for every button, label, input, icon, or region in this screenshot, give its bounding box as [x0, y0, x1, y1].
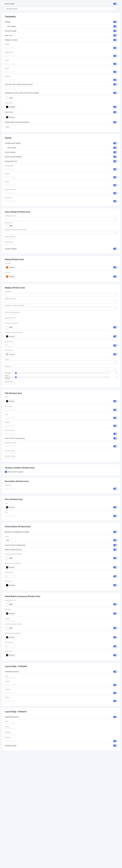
fontsize-input[interactable] — [5, 88, 15, 89]
chevron-down-icon: ▾ — [115, 362, 116, 363]
rating-star-color[interactable]: #ed6b21 — [5, 275, 16, 278]
title-card: Title (Product box) Color #2c2c2c Add a … — [2, 390, 120, 462]
variants-checkbox[interactable]: ✓Show in form variants — [5, 471, 117, 473]
type-label-select[interactable]: ▾ — [5, 293, 117, 296]
price-color[interactable]: #2c2c2c — [5, 505, 16, 509]
edge-sidebar-card: Layout Edge - Sidebar/s Mobile/tab eleme… — [2, 708, 120, 750]
fake-ai-toggle[interactable] — [113, 34, 117, 36]
action-card: Action Button (Product box) Background i… — [2, 523, 120, 590]
rich-snippet-toggle[interactable] — [113, 25, 117, 27]
dept-input[interactable] — [5, 55, 15, 57]
header-input[interactable] — [5, 47, 15, 49]
bg-counter-color[interactable]: #ffffff — [5, 96, 14, 100]
typography-card: Typography Ratings Rich snippet Rounded … — [2, 13, 120, 132]
styling-card: Styling Change button display Micro desi… — [2, 134, 120, 206]
area-card: Area settings (Product box) Background m… — [2, 208, 120, 253]
title-color[interactable]: #2c2c2c — [5, 399, 16, 403]
badges-card: Badges (Product box) Type label ▾ Badge … — [2, 284, 120, 387]
hover-color[interactable]: #2d2d2d — [5, 116, 16, 119]
chevron-down-icon: ▾ — [115, 232, 116, 233]
all-sides-select[interactable]: All Sides Outside ▾ — [5, 7, 117, 10]
border-radius-input[interactable] — [5, 243, 15, 245]
badge-border-color[interactable]: #cecece — [5, 352, 16, 356]
bg-img-select[interactable]: ▾ — [5, 231, 117, 235]
border-thickness-input[interactable] — [5, 238, 15, 239]
typography-title: Typography — [5, 16, 117, 18]
rating-card: Rating (Product box) Text color #ed6b21 … — [2, 256, 120, 282]
chevron-down-icon: ▾ — [115, 218, 116, 219]
price-card: Price (Product box) Color #2c2c2c Font — [2, 496, 120, 521]
desc-card: Description (Product box) Alignment — [2, 478, 120, 493]
check-icon: ✓ — [5, 471, 7, 473]
footer-input[interactable] — [5, 63, 15, 65]
rating-text-color[interactable]: #ed6b21 — [5, 266, 16, 269]
share-color[interactable]: #000000 — [5, 105, 16, 109]
chevron-down-icon: ▾ — [115, 294, 116, 295]
badge-bg-color[interactable]: #2c2c2c — [5, 335, 16, 338]
bg-mode-select[interactable]: ▾ — [5, 217, 117, 220]
badge-radius-input[interactable]: 0 — [5, 344, 15, 347]
padding-slider[interactable] — [15, 373, 111, 373]
detail-card: Detail Button (summery) (Product box) Ba… — [2, 593, 120, 660]
chevron-down-icon: ▾ — [115, 369, 116, 370]
padding-input[interactable] — [5, 79, 15, 81]
badge-font-color[interactable]: #ffffff — [5, 326, 14, 329]
button-divider-label: Button divider — [5, 3, 15, 5]
variants-card: Variants container (Product box) ✓Show i… — [2, 464, 120, 475]
rounded-toggle[interactable] — [113, 30, 117, 32]
border-input[interactable] — [5, 71, 15, 72]
chevron-down-icon: ▾ — [115, 8, 116, 9]
bridge-toggle[interactable] — [113, 39, 117, 41]
chevron-down-icon: ▾ — [115, 308, 116, 309]
br-counter-input[interactable]: 20% — [5, 125, 15, 128]
offset-slider[interactable] — [15, 377, 111, 377]
ratings-toggle[interactable] — [113, 21, 117, 23]
chevron-down-icon: ▾ — [115, 301, 116, 302]
button-divider-toggle[interactable] — [113, 3, 117, 5]
area-border-color[interactable]: #ffffff — [5, 224, 14, 227]
edge-full-card: Layout Edge - Full/width Mobile/tab elem… — [2, 663, 120, 706]
